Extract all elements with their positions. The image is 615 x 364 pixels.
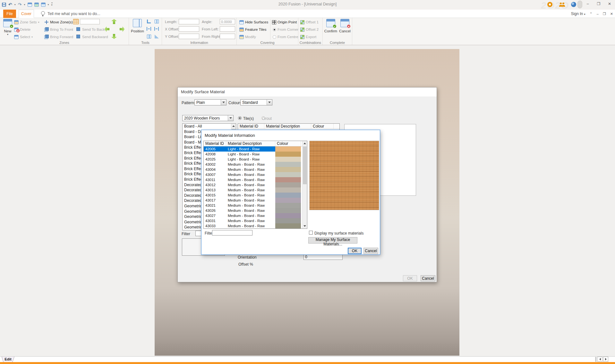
hide-surfaces-button[interactable]: Hide Surfaces — [239, 19, 268, 25]
display-surface-materials-label[interactable]: Display my surface materials — [314, 231, 363, 236]
tell-me-box[interactable]: Tell me what you want to do... — [47, 10, 100, 18]
mirror-icon[interactable] — [155, 20, 159, 23]
close-window-icon[interactable]: ✕ — [604, 0, 615, 8]
material-table-row[interactable]: 43012 Medium - Board - Raw — [204, 182, 307, 187]
scroll-up-icon[interactable] — [231, 124, 236, 128]
material-table-row[interactable]: 43013 Medium - Board - Raw — [204, 187, 307, 193]
modify-button[interactable]: Modify — [239, 34, 256, 40]
undo-dropdown-icon[interactable]: ▾ — [14, 3, 16, 6]
material-filter-input[interactable] — [212, 230, 252, 236]
zone-sets-button[interactable]: Zone Sets▾ — [14, 19, 39, 25]
bring-forward-button[interactable]: Bring Forward — [44, 34, 73, 40]
edit-tab[interactable]: Edit — [2, 357, 14, 362]
material-table-row[interactable]: 42025 Light - Board - Raw — [204, 157, 307, 162]
mcol-colour[interactable]: Colour — [275, 141, 301, 146]
catalog-combobox[interactable]: 2020 Wooden Floors — [182, 115, 234, 121]
material-table-row[interactable]: 43002 Medium - Board - Raw — [204, 162, 307, 167]
mcol-material-description[interactable]: Material Description — [226, 141, 275, 146]
from-right-input[interactable] — [220, 34, 235, 39]
tiles-radio-label[interactable]: Tile(s) — [243, 116, 254, 121]
origin-point-button[interactable]: Origin Point — [272, 19, 297, 25]
cancel-ribbon-button[interactable]: ✕ Cancel — [338, 19, 352, 33]
distribute-v-icon[interactable] — [154, 27, 159, 31]
col-colour[interactable]: Colour — [311, 124, 334, 129]
material-table-row[interactable]: 43015 Medium - Board - Raw — [204, 193, 307, 198]
material-table-row[interactable]: 43027 Medium - Board - Raw — [204, 213, 307, 218]
material-table-row[interactable]: 43026 Medium - Board - Raw — [204, 208, 307, 213]
minimize-document-icon[interactable]: – — [597, 12, 599, 16]
material-table-row[interactable]: 43007 Medium - Board - Raw — [204, 172, 307, 177]
close-document-icon[interactable]: ✕ — [610, 12, 613, 16]
offset1-button[interactable]: Offset 1 — [300, 19, 319, 25]
position-button[interactable]: Position — [131, 19, 144, 33]
material-table[interactable]: Material ID Material Description Colour … — [203, 141, 307, 229]
dialog-ok-button[interactable]: OK — [403, 275, 417, 281]
tab-scroll-left-button[interactable] — [597, 357, 602, 362]
minimize-window-icon[interactable]: – — [582, 0, 593, 8]
length-input[interactable] — [179, 19, 199, 24]
grout-radio-label[interactable]: Grout — [262, 116, 272, 121]
switch-view-icon[interactable] — [34, 3, 39, 7]
nudge-down-icon[interactable] — [111, 34, 117, 39]
new-window-icon[interactable] — [28, 3, 32, 7]
material-table-row[interactable]: 42008 Light - Board - Raw — [204, 152, 307, 157]
material-ok-button[interactable]: OK — [348, 248, 362, 254]
mscroll-down-icon[interactable] — [303, 224, 307, 228]
nudge-up-icon[interactable] — [111, 19, 117, 24]
redo-icon[interactable]: ↷ — [18, 2, 22, 7]
from-centre-radio[interactable]: From Centre — [273, 34, 298, 40]
view-dropdown-icon[interactable]: ▾ — [48, 3, 49, 6]
col-material-description[interactable]: Material Description — [264, 124, 311, 129]
new-button[interactable]: + New ▾ — [1, 19, 14, 36]
dialog-cancel-button[interactable]: Cancel — [421, 275, 435, 281]
sign-in-button[interactable]: Sign In ▾ — [571, 12, 585, 16]
slope-icon[interactable] — [155, 35, 159, 38]
render-view-icon[interactable] — [41, 3, 46, 7]
tab-scroll-right-button[interactable] — [603, 357, 608, 362]
material-table-row[interactable]: 43011 Medium - Board - Raw — [204, 177, 307, 182]
material-table-row[interactable]: 43017 Medium - Board - Raw — [204, 198, 307, 203]
x-offset-input[interactable] — [179, 26, 199, 32]
col-material-id[interactable]: Material ID — [238, 124, 264, 129]
patterns-combobox[interactable]: Plain — [194, 99, 226, 105]
restore-window-icon[interactable]: ❐ — [593, 0, 604, 8]
send-backward-button[interactable]: Send Backward — [76, 34, 108, 40]
move-zones-button[interactable]: Move Zone(s) — [44, 19, 73, 25]
material-table-row[interactable]: 42005 Light - Board - Raw — [204, 146, 307, 152]
delete-button[interactable]: ✕ Delete — [14, 26, 30, 33]
tiles-radio-icon[interactable] — [238, 116, 242, 120]
material-table-row[interactable]: 43033 Medium - Board - Raw — [204, 223, 307, 228]
confirm-button[interactable]: ✓ Confirm — [324, 19, 337, 33]
cover-tab[interactable]: Cover — [19, 10, 34, 18]
save-icon[interactable] — [2, 3, 6, 7]
tab-strip-handle[interactable] — [595, 357, 596, 362]
material-cancel-button[interactable]: Cancel — [363, 248, 378, 254]
export-button[interactable]: Export — [300, 34, 316, 40]
customize-qat-icon[interactable]: ▾ — [51, 3, 53, 6]
undo-icon[interactable]: ↶ — [8, 2, 12, 7]
split-icon[interactable] — [147, 35, 151, 38]
manage-surface-materials-button[interactable]: Manage My Surface Materials... — [308, 237, 357, 244]
restore-document-icon[interactable]: ❐ — [603, 12, 606, 16]
material-table-row[interactable]: 43021 Medium - Board - Raw — [204, 203, 307, 208]
select-button[interactable]: Select▾ — [14, 34, 33, 40]
community-icon[interactable] — [559, 2, 565, 7]
nudge-left-icon[interactable] — [105, 27, 110, 32]
send-to-back-button[interactable]: Send To Back — [76, 26, 105, 33]
file-tab[interactable]: File — [3, 10, 16, 18]
from-left-input[interactable] — [220, 26, 235, 32]
offset2-button[interactable]: Offset 2 — [300, 26, 319, 33]
notifications-icon[interactable] — [547, 2, 552, 7]
display-surface-materials-checkbox[interactable] — [309, 231, 313, 235]
from-corner-radio[interactable]: From Corner — [273, 26, 298, 33]
mscroll-up-icon[interactable] — [303, 141, 307, 146]
bring-to-front-button[interactable]: Bring To Front — [44, 26, 73, 33]
material-table-row[interactable]: 43004 Medium - Board - Raw — [204, 167, 307, 172]
distribute-h-icon[interactable] — [147, 27, 151, 31]
nudge-right-icon[interactable] — [120, 27, 125, 32]
category-list-item[interactable]: Board - All — [183, 124, 236, 129]
colours-combobox[interactable]: Standard — [240, 99, 272, 105]
feature-tiles-button[interactable]: Feature Tiles — [239, 26, 266, 33]
align-corner-icon[interactable] — [147, 20, 151, 23]
redo-dropdown-icon[interactable]: ▾ — [24, 3, 25, 6]
